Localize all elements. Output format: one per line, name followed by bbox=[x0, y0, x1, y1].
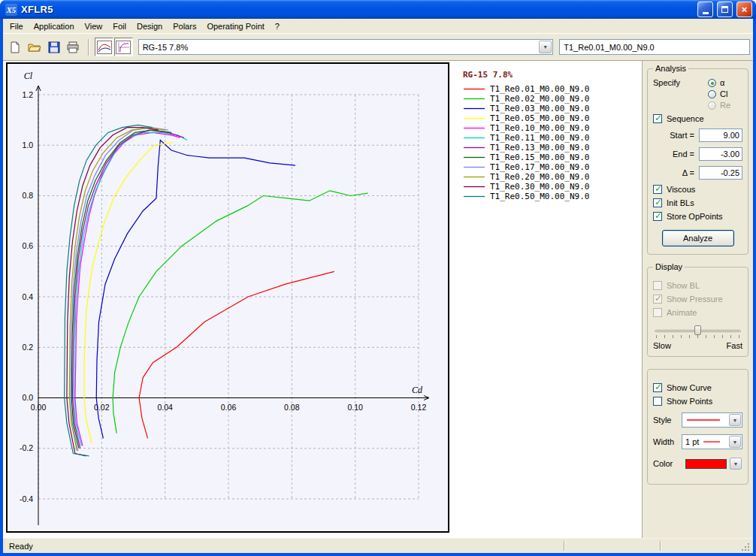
checkbox-sequence[interactable]: Sequence bbox=[653, 114, 742, 123]
app-icon[interactable]: X5 bbox=[5, 4, 17, 16]
legend-line-swatch bbox=[463, 125, 485, 131]
polar-view-button[interactable] bbox=[114, 38, 133, 56]
checkbox-show-curve[interactable]: Show Curve bbox=[653, 383, 742, 392]
checkbox-store-oppoints[interactable]: Store OpPoints bbox=[653, 212, 742, 221]
legend-item-4[interactable]: T1_Re0.05_M0.00_N9.0 bbox=[463, 113, 642, 123]
legend-item-9[interactable]: T1_Re0.17_M0.00_N9.0 bbox=[463, 162, 642, 172]
menu-view[interactable]: View bbox=[80, 20, 108, 32]
slider-ticks bbox=[656, 335, 739, 338]
title-bar[interactable]: X5 XFLR5 × bbox=[0, 0, 756, 19]
svg-text:0.4: 0.4 bbox=[22, 292, 33, 301]
legend-line-swatch bbox=[463, 154, 485, 161]
radio-alpha[interactable]: α bbox=[708, 78, 730, 87]
menu-help[interactable]: ? bbox=[270, 20, 285, 32]
save-button[interactable] bbox=[44, 38, 63, 56]
resize-grip-icon[interactable] bbox=[740, 540, 751, 552]
curve-settings-groupbox: Show Curve Show Points Style ▼ bbox=[647, 369, 748, 485]
polar-plot-area[interactable]: 0.000.020.040.060.080.100.12-0.4-0.20.00… bbox=[6, 62, 449, 533]
line-style-preview bbox=[685, 417, 721, 423]
statusbar-pane bbox=[664, 541, 739, 551]
svg-text:0.10: 0.10 bbox=[347, 403, 363, 412]
legend-item-7[interactable]: T1_Re0.13_M0.00_N9.0 bbox=[463, 143, 642, 153]
delta-input[interactable] bbox=[699, 166, 742, 180]
radio-re-circle bbox=[708, 101, 716, 110]
chevron-down-icon[interactable]: ▼ bbox=[729, 436, 741, 448]
checkbox-viscous[interactable]: Viscous bbox=[653, 185, 742, 194]
checkbox-show-bl-box bbox=[653, 281, 662, 290]
legend-item-6[interactable]: T1_Re0.11_M0.00_N9.0 bbox=[463, 133, 642, 143]
svg-text:-0.4: -0.4 bbox=[20, 494, 33, 503]
polar-combo-value: T1_Re0.01_M0.00_N9.0 bbox=[560, 43, 749, 52]
legend-label: T1_Re0.13_M0.00_N9.0 bbox=[490, 143, 589, 153]
legend-item-8[interactable]: T1_Re0.15_M0.00_N9.0 bbox=[463, 153, 642, 162]
legend-item-2[interactable]: T1_Re0.02_M0.00_N9.0 bbox=[463, 94, 642, 104]
legend-line-swatch bbox=[463, 174, 485, 180]
checkbox-show-points[interactable]: Show Points bbox=[653, 397, 742, 406]
width-label: Width bbox=[653, 437, 677, 446]
xflr5-window: X5 XFLR5 × FileApplicationViewFoilDesign… bbox=[0, 0, 756, 556]
menu-design[interactable]: Design bbox=[132, 20, 168, 32]
statusbar-pane bbox=[567, 541, 658, 551]
color-row: Color ▼ bbox=[653, 456, 742, 471]
legend-item-3[interactable]: T1_Re0.03_M0.00_N9.0 bbox=[463, 104, 642, 113]
legend-line-swatch bbox=[463, 86, 485, 92]
menu-polars[interactable]: Polars bbox=[168, 20, 201, 32]
color-swatch[interactable] bbox=[685, 459, 727, 469]
close-button[interactable]: × bbox=[736, 2, 752, 17]
slider-thumb[interactable] bbox=[694, 325, 701, 335]
slider-labels: Slow Fast bbox=[653, 341, 742, 350]
legend-line-swatch bbox=[463, 144, 485, 151]
end-input[interactable] bbox=[699, 147, 742, 161]
legend-item-5[interactable]: T1_Re0.10_M0.00_N9.0 bbox=[463, 123, 642, 133]
analysis-group-title: Analysis bbox=[653, 64, 688, 73]
animation-speed-slider[interactable] bbox=[655, 325, 741, 338]
start-input[interactable] bbox=[699, 128, 742, 142]
menu-application[interactable]: Application bbox=[29, 20, 80, 32]
legend-item-12[interactable]: T1_Re0.50_M0.00_N9.0 bbox=[463, 192, 642, 201]
line-style-combo[interactable]: ▼ bbox=[682, 412, 742, 428]
polar-plot-svg[interactable]: 0.000.020.040.060.080.100.12-0.4-0.20.00… bbox=[8, 64, 448, 531]
legend-label: T1_Re0.10_M0.00_N9.0 bbox=[490, 123, 589, 133]
print-button[interactable] bbox=[64, 38, 83, 56]
checkbox-show-curve-label: Show Curve bbox=[667, 383, 712, 392]
chevron-down-icon[interactable]: ▼ bbox=[729, 414, 741, 426]
svg-text:X5: X5 bbox=[6, 5, 17, 14]
checkbox-viscous-box bbox=[653, 185, 662, 194]
start-label: Start = bbox=[670, 131, 694, 140]
svg-text:Cl: Cl bbox=[24, 71, 33, 81]
menu-file[interactable]: File bbox=[5, 20, 29, 32]
analysis-groupbox: Analysis Specify α Cl bbox=[647, 68, 748, 255]
legend-item-11[interactable]: T1_Re0.30_M0.00_N9.0 bbox=[463, 182, 642, 192]
maximize-button[interactable] bbox=[717, 2, 733, 17]
radio-cl[interactable]: Cl bbox=[708, 89, 730, 98]
window-title: XFLR5 bbox=[21, 4, 694, 15]
open-file-button[interactable] bbox=[26, 38, 44, 56]
save-disk-icon bbox=[48, 41, 60, 53]
analyze-button[interactable]: Analyze bbox=[662, 230, 734, 246]
checkbox-init-bls[interactable]: Init BLs bbox=[653, 198, 742, 207]
menu-operating-point[interactable]: Operating Point bbox=[201, 20, 269, 32]
chevron-down-icon[interactable]: ▼ bbox=[730, 458, 742, 470]
checkbox-show-pressure: Show Pressure bbox=[653, 295, 742, 304]
menu-foil[interactable]: Foil bbox=[107, 20, 132, 32]
chevron-down-icon[interactable]: ▼ bbox=[539, 41, 552, 53]
checkbox-show-pressure-box bbox=[653, 295, 662, 304]
legend-line-swatch bbox=[463, 183, 485, 190]
toolbar: RG-15 7.8% ▼ T1_Re0.01_M0.00_N9.0 bbox=[3, 34, 753, 61]
width-row: Width 1 pt ▼ bbox=[653, 434, 742, 449]
line-width-combo[interactable]: 1 pt ▼ bbox=[682, 434, 742, 449]
legend-label: T1_Re0.15_M0.00_N9.0 bbox=[490, 153, 589, 162]
display-group-title: Display bbox=[653, 262, 685, 271]
legend-item-10[interactable]: T1_Re0.20_M0.00_N9.0 bbox=[463, 172, 642, 182]
oppoint-view-button[interactable] bbox=[95, 38, 113, 56]
checkbox-show-bl-label: Show BL bbox=[667, 281, 700, 290]
line-color-combo[interactable]: ▼ bbox=[682, 456, 742, 471]
svg-text:-0.2: -0.2 bbox=[20, 443, 33, 452]
polar-selector-combo[interactable]: T1_Re0.01_M0.00_N9.0 bbox=[559, 39, 750, 55]
legend-item-1[interactable]: T1_Re0.01_M0.00_N9.0 bbox=[463, 84, 642, 94]
foil-selector-combo[interactable]: RG-15 7.8% ▼ bbox=[138, 39, 554, 55]
new-file-button[interactable] bbox=[6, 38, 25, 56]
minimize-button[interactable] bbox=[697, 2, 713, 17]
close-icon: × bbox=[742, 5, 748, 14]
oppoint-view-icon bbox=[97, 41, 112, 54]
